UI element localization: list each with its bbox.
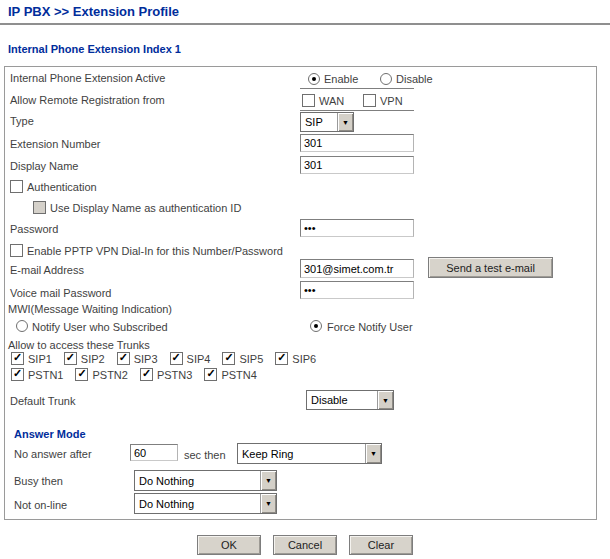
pstn2-checkbox[interactable] bbox=[75, 368, 88, 381]
authentication-checkbox[interactable] bbox=[10, 180, 23, 193]
header-divider bbox=[0, 23, 610, 25]
row-underline bbox=[300, 88, 414, 89]
mwi-force-notify-label: Force Notify User bbox=[327, 321, 413, 333]
sec-then-label: sec then bbox=[184, 449, 226, 461]
cancel-button[interactable]: Cancel bbox=[273, 535, 337, 555]
pptp-dialin-label: Enable PPTP VPN Dial-In for this Number/… bbox=[27, 245, 283, 257]
sip5-checkbox[interactable] bbox=[222, 352, 235, 365]
sip1-label: SIP1 bbox=[28, 353, 52, 365]
mwi-notify-subscribed-label: Notify User who Subscribed bbox=[32, 321, 168, 333]
sip4-checkbox[interactable] bbox=[170, 352, 183, 365]
trunk-item-sip2: SIP2 bbox=[64, 352, 105, 365]
pstn4-label: PSTN4 bbox=[221, 369, 256, 381]
chevron-down-icon: ▼ bbox=[260, 494, 276, 513]
active-enable-radio[interactable] bbox=[308, 73, 320, 85]
trunk-item-pstn2: PSTN2 bbox=[75, 368, 127, 381]
type-select[interactable]: SIP ▼ bbox=[300, 112, 354, 132]
voicemail-password-input[interactable] bbox=[300, 281, 414, 299]
no-answer-action-value: Keep Ring bbox=[238, 448, 365, 460]
no-answer-label: No answer after bbox=[14, 448, 92, 460]
sip4-label: SIP4 bbox=[187, 353, 211, 365]
type-label: Type bbox=[10, 115, 34, 127]
trunk-item-sip6: SIP6 bbox=[275, 352, 316, 365]
display-name-label: Display Name bbox=[10, 160, 78, 172]
mwi-notify-subscribed-radio[interactable] bbox=[16, 320, 28, 332]
section-title: Internal Phone Extension Index 1 bbox=[8, 43, 181, 55]
mwi-force-notify-radio[interactable] bbox=[310, 320, 322, 332]
busy-action-select[interactable]: Do Nothing ▼ bbox=[134, 470, 277, 491]
default-trunk-label: Default Trunk bbox=[10, 395, 75, 407]
sip-trunk-row: SIP1 SIP2 SIP3 SIP4 SIP5 SIP6 bbox=[11, 352, 316, 365]
authentication-label: Authentication bbox=[27, 181, 97, 193]
trunks-label: Allow to access these Trunks bbox=[8, 339, 150, 351]
extension-number-input[interactable] bbox=[300, 134, 414, 152]
wan-checkbox[interactable] bbox=[302, 94, 315, 107]
extension-number-label: Extension Number bbox=[10, 138, 101, 150]
pstn4-checkbox[interactable] bbox=[204, 368, 217, 381]
trunk-item-pstn4: PSTN4 bbox=[204, 368, 256, 381]
password-input[interactable] bbox=[300, 219, 414, 237]
extension-profile-page: IP PBX >> Extension Profile Internal Pho… bbox=[0, 0, 610, 559]
no-answer-seconds-input[interactable] bbox=[130, 444, 178, 461]
page-title: IP PBX >> Extension Profile bbox=[8, 4, 179, 19]
trunk-item-pstn1: PSTN1 bbox=[11, 368, 63, 381]
not-online-action-select[interactable]: Do Nothing ▼ bbox=[134, 493, 277, 514]
pstn3-checkbox[interactable] bbox=[140, 368, 153, 381]
not-online-label: Not on-line bbox=[14, 499, 67, 511]
active-enable-label: Enable bbox=[324, 73, 358, 85]
sip1-checkbox[interactable] bbox=[11, 352, 24, 365]
email-label: E-mail Address bbox=[10, 264, 84, 276]
display-name-input[interactable] bbox=[300, 156, 414, 174]
no-answer-action-select[interactable]: Keep Ring ▼ bbox=[237, 443, 382, 464]
wan-label: WAN bbox=[319, 95, 344, 107]
sip5-label: SIP5 bbox=[239, 353, 263, 365]
busy-action-value: Do Nothing bbox=[135, 475, 260, 487]
type-select-value: SIP bbox=[301, 116, 337, 128]
pstn2-label: PSTN2 bbox=[92, 369, 127, 381]
sip2-label: SIP2 bbox=[81, 353, 105, 365]
trunk-item-sip3: SIP3 bbox=[117, 352, 158, 365]
sip6-checkbox[interactable] bbox=[275, 352, 288, 365]
trunk-item-pstn3: PSTN3 bbox=[140, 368, 192, 381]
use-display-name-checkbox[interactable] bbox=[33, 201, 46, 214]
use-display-name-label: Use Display Name as authentication ID bbox=[50, 202, 241, 214]
voicemail-password-label: Voice mail Password bbox=[10, 287, 112, 299]
pstn3-label: PSTN3 bbox=[157, 369, 192, 381]
mwi-label: MWI(Message Waiting Indication) bbox=[8, 303, 172, 315]
active-disable-label: Disable bbox=[396, 73, 433, 85]
chevron-down-icon: ▼ bbox=[337, 113, 353, 131]
active-disable-radio[interactable] bbox=[380, 73, 392, 85]
active-label: Internal Phone Extension Active bbox=[10, 72, 165, 84]
not-online-action-value: Do Nothing bbox=[135, 498, 260, 510]
row-underline bbox=[300, 110, 414, 111]
default-trunk-select[interactable]: Disable ▼ bbox=[306, 390, 394, 410]
sip3-checkbox[interactable] bbox=[117, 352, 130, 365]
chevron-down-icon: ▼ bbox=[365, 444, 381, 463]
pstn-trunk-row: PSTN1 PSTN2 PSTN3 PSTN4 bbox=[11, 368, 257, 381]
trunk-item-sip5: SIP5 bbox=[222, 352, 263, 365]
busy-then-label: Busy then bbox=[14, 475, 63, 487]
send-test-email-button[interactable]: Send a test e-mail bbox=[428, 257, 553, 278]
pstn1-checkbox[interactable] bbox=[11, 368, 24, 381]
allow-remote-label: Allow Remote Registration from bbox=[10, 94, 165, 106]
trunk-item-sip4: SIP4 bbox=[170, 352, 211, 365]
pptp-dialin-checkbox[interactable] bbox=[10, 244, 23, 257]
sip6-label: SIP6 bbox=[292, 353, 316, 365]
clear-button[interactable]: Clear bbox=[349, 535, 413, 555]
password-label: Password bbox=[10, 223, 58, 235]
answer-mode-title: Answer Mode bbox=[14, 428, 86, 440]
sip2-checkbox[interactable] bbox=[64, 352, 77, 365]
chevron-down-icon: ▼ bbox=[260, 471, 276, 490]
vpn-checkbox[interactable] bbox=[363, 94, 376, 107]
default-trunk-select-value: Disable bbox=[307, 394, 377, 406]
trunk-item-sip1: SIP1 bbox=[11, 352, 52, 365]
ok-button[interactable]: OK bbox=[197, 535, 261, 555]
sip3-label: SIP3 bbox=[134, 353, 158, 365]
chevron-down-icon: ▼ bbox=[377, 391, 393, 409]
pstn1-label: PSTN1 bbox=[28, 369, 63, 381]
vpn-label: VPN bbox=[380, 95, 403, 107]
email-input[interactable] bbox=[300, 259, 414, 278]
